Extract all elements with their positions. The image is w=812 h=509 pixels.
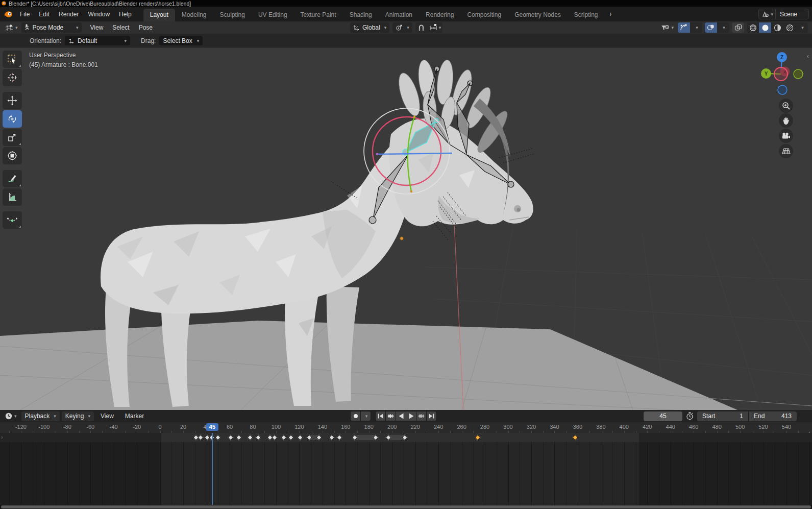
add-workspace-button[interactable]: +	[605, 8, 617, 21]
timeline-gridline	[578, 442, 578, 505]
visibility-filter-button[interactable]: ▾	[659, 22, 675, 33]
keyframe-diamond[interactable]	[281, 434, 287, 440]
current-frame-indicator[interactable]: 45	[206, 423, 218, 431]
play-reverse-button[interactable]	[396, 411, 406, 421]
blender-menu-icon[interactable]	[3, 11, 13, 18]
tab-animation[interactable]: Animation	[379, 9, 419, 21]
keyframe-diamond[interactable]	[288, 434, 293, 440]
tool-transform[interactable]	[3, 147, 22, 164]
keyframe-diamond[interactable]	[297, 434, 303, 440]
tool-move[interactable]	[3, 92, 22, 109]
show-overlays-button[interactable]	[705, 22, 717, 33]
play-button[interactable]	[406, 411, 416, 421]
collapse-sidebar-icon[interactable]: ‹	[807, 53, 809, 60]
toggle-ortho-button[interactable]	[779, 144, 793, 158]
keyframe-diamond[interactable]	[198, 434, 203, 440]
timeline-menu-keying[interactable]: Keying▾	[62, 411, 94, 421]
axis-z-neg-ball[interactable]	[778, 85, 787, 94]
keyframe-diamond[interactable]	[272, 434, 277, 440]
menu-help[interactable]: Help	[114, 9, 136, 19]
drag-dropdown[interactable]: Select Box ▾	[159, 36, 203, 45]
transform-orientation-selector[interactable]: Global ▾	[350, 22, 389, 33]
next-keyframe-button[interactable]	[416, 411, 426, 421]
toolbar	[3, 51, 22, 230]
menu-file[interactable]: File	[15, 9, 34, 19]
snap-target-selector[interactable]: ▾	[428, 22, 443, 33]
current-frame-field[interactable]: 45	[644, 411, 682, 421]
keyframe-diamond-selected[interactable]	[475, 434, 480, 440]
camera-view-button[interactable]	[779, 129, 793, 143]
orientation-dropdown[interactable]: Default ▾	[65, 36, 130, 45]
keyframe-diamond[interactable]	[337, 434, 342, 440]
mode-selector[interactable]: Pose Mode ▾	[21, 22, 82, 33]
tool-measure[interactable]	[3, 188, 22, 206]
menu-edit[interactable]: Edit	[34, 9, 54, 19]
tab-modeling[interactable]: Modeling	[175, 9, 213, 21]
collapse-timeline-icon[interactable]: ‹	[808, 430, 810, 433]
tab-scripting[interactable]: Scripting	[568, 9, 605, 21]
auto-keying-button[interactable]	[351, 411, 360, 421]
tab-uv-editing[interactable]: UV Editing	[252, 9, 294, 21]
horizontal-scrollbar[interactable]	[1, 505, 811, 508]
playhead-line[interactable]	[212, 433, 213, 505]
auto-keying-dropdown[interactable]: ▾	[361, 411, 371, 421]
viewport-menu-pose[interactable]: Pose	[134, 22, 157, 33]
tool-pose-breakdowner[interactable]	[3, 211, 22, 229]
xray-toggle-button[interactable]	[732, 22, 744, 33]
timeline-ruler[interactable]: ‹ -120-100-80-60-40-20020406080100120140…	[0, 422, 812, 433]
tab-shading[interactable]: Shading	[343, 9, 379, 21]
menu-window[interactable]: Window	[83, 9, 114, 19]
timeline-editor-selector[interactable]: ▾	[3, 411, 18, 421]
editor-type-selector[interactable]: ▾	[3, 22, 19, 33]
tool-cursor[interactable]	[3, 69, 22, 86]
keyframe-diamond[interactable]	[215, 434, 220, 440]
scene-selector[interactable]: ▾ Scene	[758, 9, 809, 19]
show-gizmo-button[interactable]	[678, 22, 690, 33]
keyframe-diamond[interactable]	[256, 434, 261, 440]
end-frame-field[interactable]: End 413	[749, 411, 797, 421]
shading-solid-button[interactable]	[759, 22, 771, 33]
tool-scale[interactable]	[3, 129, 22, 146]
prev-keyframe-button[interactable]	[386, 411, 396, 421]
menu-render[interactable]: Render	[54, 9, 83, 19]
tab-texture-paint[interactable]: Texture Paint	[294, 9, 343, 21]
timeline-menu-marker[interactable]: Marker	[120, 411, 149, 421]
overlays-dropdown[interactable]: ▾	[717, 22, 729, 33]
viewport-menu-select[interactable]: Select	[108, 22, 134, 33]
gizmo-dropdown[interactable]: ▾	[690, 22, 702, 33]
jump-to-start-button[interactable]	[376, 411, 385, 421]
tool-rotate[interactable]	[3, 110, 22, 128]
keyframe-diamond[interactable]	[329, 434, 334, 440]
keyframe-diamond-selected[interactable]	[572, 434, 578, 440]
timeline-gridline	[566, 442, 567, 505]
tool-select-box[interactable]	[3, 51, 22, 68]
shading-wireframe-button[interactable]	[747, 22, 759, 33]
shading-dropdown[interactable]: ▾	[796, 22, 808, 33]
zoom-button[interactable]	[779, 99, 793, 113]
tool-annotate[interactable]	[3, 170, 22, 187]
keyframe-diamond[interactable]	[228, 434, 233, 440]
timeline-menu-playback[interactable]: Playback▾	[21, 411, 60, 421]
viewport-3d[interactable]: User Perspective (45) Armature : Bone.00…	[0, 47, 812, 410]
tab-rendering[interactable]: Rendering	[419, 9, 460, 21]
pan-button[interactable]	[779, 113, 793, 128]
start-frame-field[interactable]: Start 1	[697, 411, 748, 421]
shading-material-button[interactable]	[771, 22, 783, 33]
keyframe-diamond[interactable]	[248, 434, 253, 440]
keyframe-diamond[interactable]	[236, 434, 241, 440]
tab-sculpting[interactable]: Sculpting	[213, 9, 252, 21]
timeline-tracks[interactable]: ›	[0, 433, 812, 505]
navigation-gizmo[interactable]: X Z Y	[760, 49, 805, 96]
axis-y-neg-ball[interactable]	[794, 69, 803, 79]
shading-rendered-button[interactable]	[783, 22, 796, 33]
viewport-menu-view[interactable]: View	[86, 22, 108, 33]
snap-toggle-button[interactable]	[415, 22, 428, 33]
tab-layout[interactable]: Layout	[143, 9, 175, 21]
tab-geometry-nodes[interactable]: Geometry Nodes	[508, 9, 568, 21]
jump-to-end-button[interactable]	[427, 411, 436, 421]
use-preview-range-button[interactable]	[686, 412, 694, 420]
tab-compositing[interactable]: Compositing	[460, 9, 508, 21]
pivot-point-selector[interactable]: ▾	[392, 22, 412, 33]
timeline-menu-view[interactable]: View	[96, 411, 118, 421]
axis-x-front-ball[interactable]	[774, 67, 788, 81]
